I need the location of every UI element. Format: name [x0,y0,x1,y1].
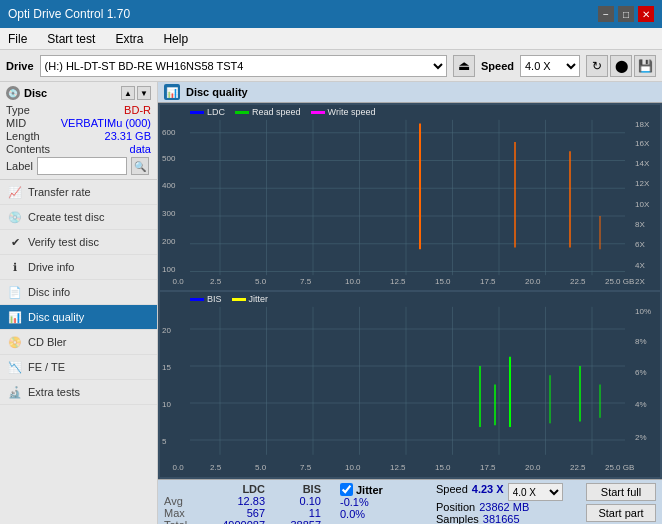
drive-select[interactable]: (H:) HL-DT-ST BD-RE WH16NS58 TST4 [40,55,447,77]
disc-contents-value: data [130,143,151,155]
svg-text:25.0 GB: 25.0 GB [605,277,634,286]
start-full-button[interactable]: Start full [586,483,656,501]
sidebar-label-transfer-rate: Transfer rate [28,186,91,198]
legend-jitter: Jitter [232,294,269,304]
menu-help[interactable]: Help [159,30,192,48]
svg-text:15.0: 15.0 [435,277,451,286]
sidebar-item-verify-test-disc[interactable]: ✔ Verify test disc [0,230,157,255]
samples-value: 381665 [483,513,520,524]
start-part-button[interactable]: Start part [586,504,656,522]
stats-section: LDC BIS Avg 12.83 0.10 Max 567 11 Total … [158,479,662,524]
jitter-checkbox[interactable] [340,483,353,496]
stats-ldc-header: LDC [205,483,265,495]
ldc-color [190,111,204,114]
refresh-button[interactable]: ↻ [586,55,608,77]
svg-rect-47 [160,292,660,477]
sidebar-item-drive-info[interactable]: ℹ Drive info [0,255,157,280]
svg-text:20.0: 20.0 [525,463,541,472]
svg-text:20.0: 20.0 [525,277,541,286]
legend-readspeed-label: Read speed [252,107,301,117]
sidebar-item-disc-info[interactable]: 📄 Disc info [0,280,157,305]
sidebar: 💿 Disc ▲ ▼ Type BD-R MID VERBATIMu (000)… [0,82,158,524]
menubar: File Start test Extra Help [0,28,662,50]
stats-avg-bis: 0.10 [271,495,321,507]
svg-text:14X: 14X [635,159,650,168]
svg-text:15.0: 15.0 [435,463,451,472]
sidebar-item-fe-te[interactable]: 📉 FE / TE [0,355,157,380]
disc-btn1[interactable]: ▲ [121,86,135,100]
menu-extra[interactable]: Extra [111,30,147,48]
svg-text:12.5: 12.5 [390,277,406,286]
sidebar-item-extra-tests[interactable]: 🔬 Extra tests [0,380,157,405]
disc-label-row: Label 🔍 [6,157,151,175]
bis-color [190,298,204,301]
app-title: Opti Drive Control 1.70 [8,7,130,21]
stats-bis-header: BIS [271,483,321,495]
disc-label-input[interactable] [37,157,127,175]
speed-label: Speed [481,60,514,72]
disc-type-value: BD-R [124,104,151,116]
stats-ldc-bis: LDC BIS Avg 12.83 0.10 Max 567 11 Total … [164,483,334,524]
svg-text:22.5: 22.5 [570,463,586,472]
jitter-max-val: 0.0% [340,508,365,520]
sidebar-label-fe-te: FE / TE [28,361,65,373]
content-area: 📊 Disc quality LDC Read speed [158,82,662,524]
jitter-avg: -0.1% [340,496,430,508]
maximize-button[interactable]: □ [618,6,634,22]
speed-select-drive[interactable]: 4.0 X 1.0 X 2.0 X 6.0 X 8.0 X [520,55,580,77]
record-button[interactable]: ⬤ [610,55,632,77]
svg-text:300: 300 [162,209,176,218]
sidebar-item-transfer-rate[interactable]: 📈 Transfer rate [0,180,157,205]
disc-header: 💿 Disc ▲ ▼ [6,86,151,100]
svg-text:6X: 6X [635,240,645,249]
stats-avg-label: Avg [164,495,199,507]
menu-file[interactable]: File [4,30,31,48]
disc-quality-header: 📊 Disc quality [158,82,662,103]
sidebar-item-create-test-disc[interactable]: 💿 Create test disc [0,205,157,230]
legend-readspeed: Read speed [235,107,301,117]
svg-text:10.0: 10.0 [345,277,361,286]
disc-length-row: Length 23.31 GB [6,130,151,142]
svg-text:25.0 GB: 25.0 GB [605,463,634,472]
svg-text:8X: 8X [635,220,645,229]
disc-type-label: Type [6,104,30,116]
svg-text:100: 100 [162,265,176,274]
eject-button[interactable]: ⏏ [453,55,475,77]
stats-avg-ldc: 12.83 [205,495,265,507]
svg-text:20: 20 [162,326,171,335]
sidebar-item-cd-bler[interactable]: 📀 CD Bler [0,330,157,355]
speed-select-stats[interactable]: 4.0 X [508,483,563,501]
stats-empty [164,483,199,495]
svg-text:22.5: 22.5 [570,277,586,286]
legend-ldc-label: LDC [207,107,225,117]
svg-text:2%: 2% [635,433,647,442]
speed-value: 4.23 X [472,483,504,501]
save-button[interactable]: 💾 [634,55,656,77]
menu-start-test[interactable]: Start test [43,30,99,48]
stats-max-bis: 11 [271,507,321,519]
disc-label-btn[interactable]: 🔍 [131,157,149,175]
stats-speed-info: Speed 4.23 X 4.0 X Position 23862 MB Sam… [436,483,566,524]
jitter-max: 0.0% [340,508,430,520]
disc-length-label: Length [6,130,40,142]
svg-text:6%: 6% [635,368,647,377]
svg-text:400: 400 [162,181,176,190]
drive-bar: Drive (H:) HL-DT-ST BD-RE WH16NS58 TST4 … [0,50,662,82]
chart-bis: BIS Jitter [160,292,660,477]
position-row: Position 23862 MB [436,501,566,513]
sidebar-label-verify-test-disc: Verify test disc [28,236,99,248]
disc-quality-title: Disc quality [186,86,248,98]
svg-text:15: 15 [162,363,171,372]
svg-text:8%: 8% [635,337,647,346]
minimize-button[interactable]: − [598,6,614,22]
svg-text:7.5: 7.5 [300,463,312,472]
sidebar-item-disc-quality[interactable]: 📊 Disc quality [0,305,157,330]
disc-info-icon: 📄 [8,285,22,299]
svg-text:18X: 18X [635,120,650,129]
svg-text:5.0: 5.0 [255,463,267,472]
svg-text:12.5: 12.5 [390,463,406,472]
disc-btn2[interactable]: ▼ [137,86,151,100]
chart-ldc: LDC Read speed Write speed [160,105,660,290]
close-button[interactable]: ✕ [638,6,654,22]
window-controls: − □ ✕ [598,6,654,22]
